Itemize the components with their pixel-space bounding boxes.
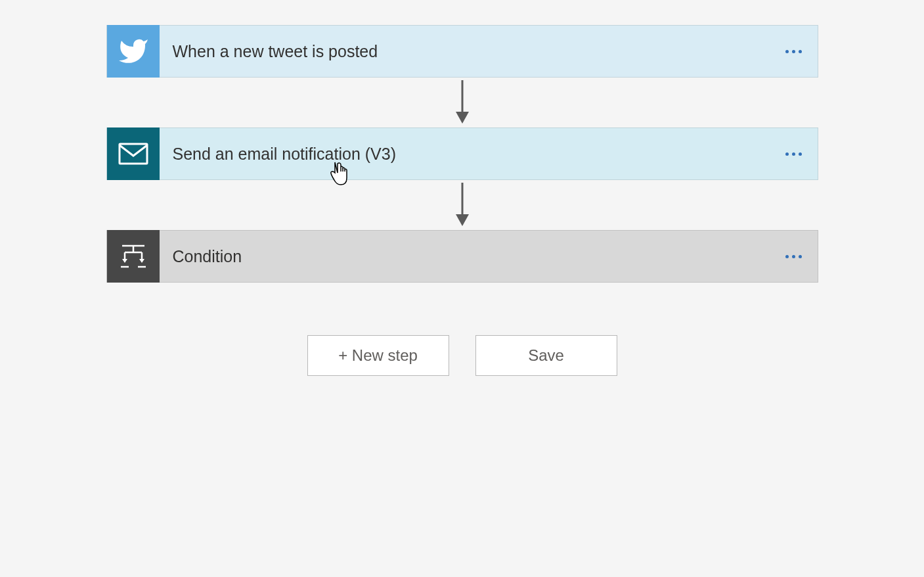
step-send-email[interactable]: Send an email notification (V3)	[106, 127, 818, 180]
more-options-icon[interactable]	[785, 50, 818, 53]
mail-icon	[107, 127, 160, 180]
condition-icon	[107, 230, 160, 283]
svg-marker-10	[122, 259, 127, 263]
svg-marker-11	[139, 259, 144, 263]
more-options-icon[interactable]	[785, 152, 818, 156]
flow-container: When a new tweet is posted Send an email…	[0, 25, 924, 376]
svg-marker-1	[456, 112, 469, 124]
arrow-connector	[451, 180, 473, 230]
more-options-icon[interactable]	[785, 255, 818, 258]
step-twitter-trigger[interactable]: When a new tweet is posted	[106, 25, 818, 78]
arrow-connector	[451, 78, 473, 127]
svg-rect-2	[120, 144, 147, 164]
step-condition[interactable]: Condition	[106, 230, 818, 283]
action-buttons: + New step Save	[307, 335, 617, 376]
svg-marker-4	[456, 214, 469, 226]
save-button[interactable]: Save	[475, 335, 617, 376]
new-step-button[interactable]: + New step	[307, 335, 449, 376]
step-label: Condition	[160, 247, 785, 266]
step-label: When a new tweet is posted	[160, 42, 785, 61]
twitter-icon	[107, 25, 160, 78]
step-label: Send an email notification (V3)	[160, 145, 785, 164]
